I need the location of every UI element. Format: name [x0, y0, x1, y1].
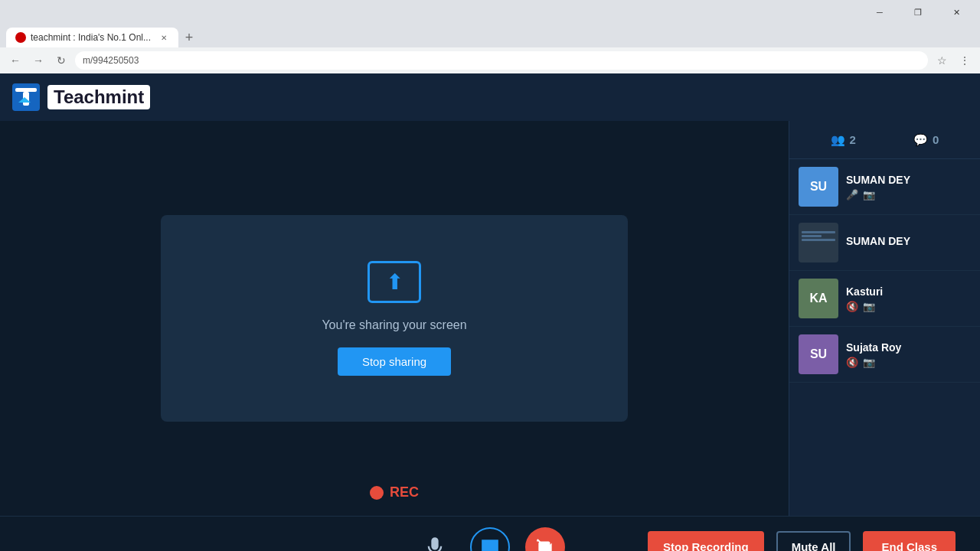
toolbar-center	[415, 527, 565, 552]
stop-recording-button[interactable]: Stop Recording	[648, 531, 764, 551]
mute-all-button[interactable]: Mute All	[776, 531, 851, 551]
address-text: m/994250503	[83, 55, 139, 66]
logo-text: Teachmint	[47, 85, 150, 109]
list-item: SU Sujata Roy 🔇 📷	[789, 327, 980, 383]
sidebar-header: 👥 2 💬 0	[789, 121, 980, 159]
end-class-button[interactable]: End Class	[863, 531, 956, 551]
mic-active-icon: 🎤	[846, 189, 858, 201]
logo-icon	[12, 83, 40, 111]
stop-sharing-button[interactable]: Stop sharing	[338, 347, 451, 376]
main-area: ⬆ You're sharing your screen Stop sharin…	[0, 121, 789, 516]
participant-name: Sujata Roy	[846, 341, 971, 354]
title-bar: ─ ❐ ✕	[0, 0, 980, 24]
sidebar: 👥 2 💬 0 SU SUMAN DEY 🎤 📷	[789, 121, 980, 516]
participant-icons: 🔇 📷	[846, 357, 971, 368]
participants-icon: 👥	[831, 133, 845, 147]
rec-label: REC	[390, 484, 419, 500]
upload-arrow-icon: ⬆	[386, 269, 403, 295]
participant-info: SUMAN DEY	[846, 235, 971, 250]
screen-preview-avatar	[799, 223, 838, 262]
participant-icons: 🎤 📷	[846, 189, 971, 201]
avatar: KA	[799, 279, 838, 318]
svg-rect-1	[15, 88, 37, 92]
browser-settings-button[interactable]: ⋮	[956, 51, 974, 70]
video-toggle-button[interactable]	[525, 527, 565, 552]
participant-name: Kasturi	[846, 285, 971, 298]
tab-bar: teachmint : India's No.1 Onl... ✕ +	[0, 24, 980, 47]
mic-muted-icon: 🔇	[846, 357, 858, 368]
preview-line-1	[802, 231, 835, 233]
logo-area: Teachmint	[12, 83, 150, 111]
rec-dot	[370, 486, 384, 500]
maximize-button[interactable]: ❐	[900, 0, 936, 24]
sharing-text: You're sharing your screen	[322, 318, 466, 332]
window-controls: ─ ❐ ✕	[862, 0, 974, 24]
new-tab-button[interactable]: +	[178, 28, 200, 47]
screen-mini-preview	[799, 228, 838, 257]
messages-icon: 💬	[913, 133, 928, 147]
bookmark-button[interactable]: ☆	[933, 51, 951, 70]
bottom-toolbar: Stop Recording Mute All End Class	[0, 516, 980, 551]
content-area: ⬆ You're sharing your screen Stop sharin…	[0, 121, 980, 516]
participant-name: SUMAN DEY	[846, 174, 971, 186]
participant-info: Sujata Roy 🔇 📷	[846, 341, 971, 368]
close-button[interactable]: ✕	[939, 0, 974, 24]
toolbar-right: Stop Recording Mute All End Class	[648, 531, 956, 551]
forward-button[interactable]: →	[29, 51, 47, 70]
rec-indicator: REC	[370, 484, 419, 500]
tab-favicon	[15, 32, 26, 43]
list-item: SUMAN DEY	[789, 215, 980, 271]
video-off-icon: 📷	[863, 301, 875, 312]
video-off-icon: 📷	[863, 357, 875, 368]
list-item: SU SUMAN DEY 🎤 📷	[789, 159, 980, 215]
messages-tab[interactable]: 💬 0	[913, 133, 939, 147]
mic-button[interactable]	[415, 527, 455, 552]
tab-title: teachmint : India's No.1 Onl...	[31, 32, 151, 43]
screen-share-icon: ⬆	[368, 261, 421, 303]
messages-count: 0	[933, 133, 939, 146]
preview-line-3	[802, 239, 835, 241]
participant-info: SUMAN DEY 🎤 📷	[846, 174, 971, 201]
app-area: Teachmint ⬆ You're sharing your screen S…	[0, 73, 980, 551]
address-bar-row: ← → ↻ m/994250503 ☆ ⋮	[0, 47, 980, 73]
participants-tab[interactable]: 👥 2	[831, 133, 856, 147]
participant-list: SU SUMAN DEY 🎤 📷	[789, 159, 980, 516]
video-off-icon	[535, 537, 555, 552]
participant-icons: 🔇 📷	[846, 301, 971, 312]
participants-count: 2	[850, 133, 856, 146]
avatar: SU	[799, 334, 838, 374]
mic-muted-icon: 🔇	[846, 301, 858, 312]
avatar: SU	[799, 167, 838, 207]
active-tab[interactable]: teachmint : India's No.1 Onl... ✕	[6, 28, 178, 47]
participant-name: SUMAN DEY	[846, 235, 971, 247]
browser-chrome: ─ ❐ ✕ teachmint : India's No.1 Onl... ✕ …	[0, 0, 980, 73]
video-off-icon: 📷	[863, 189, 875, 201]
minimize-button[interactable]: ─	[862, 0, 897, 24]
screen-share-box: ⬆ You're sharing your screen Stop sharin…	[161, 215, 628, 422]
top-bar: Teachmint	[0, 73, 980, 121]
preview-line-2	[802, 235, 822, 237]
mic-icon	[424, 536, 446, 552]
screen-share-icon-btn	[480, 537, 500, 552]
list-item: KA Kasturi 🔇 📷	[789, 271, 980, 327]
screen-share-button[interactable]	[470, 527, 510, 552]
back-button[interactable]: ←	[6, 51, 24, 70]
participant-info: Kasturi 🔇 📷	[846, 285, 971, 312]
reload-button[interactable]: ↻	[52, 51, 70, 70]
tab-close-button[interactable]: ✕	[158, 32, 169, 43]
address-bar[interactable]: m/994250503	[75, 51, 928, 70]
